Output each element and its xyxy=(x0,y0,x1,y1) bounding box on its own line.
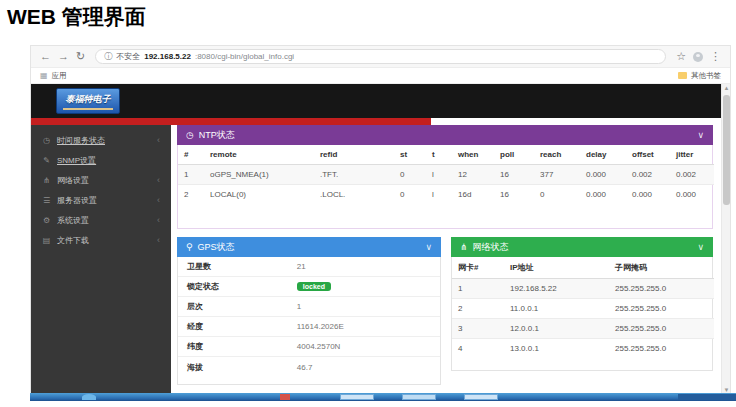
chevron-down-icon[interactable]: ∨ xyxy=(425,242,432,252)
table-cell: 0 xyxy=(394,185,426,205)
location-pin-icon: ⚲ xyxy=(186,242,193,252)
back-button[interactable]: ← xyxy=(40,51,51,62)
gps-status-panel: ⚲ GPS状态 ∨ 卫星数 21 锁定状态 locked 层次 1 经度 xyxy=(177,237,441,385)
sidebar-item-label: SNMP设置 xyxy=(57,155,96,166)
sitemap-icon: ⋔ xyxy=(42,176,51,185)
panel-title: GPS状态 xyxy=(198,241,235,254)
apps-bookmark[interactable]: ▦ 应用 xyxy=(40,71,67,81)
table-row: 2 LOCAL(0) .LOCL. 0 l 16d 16 0 0.000 0.0… xyxy=(178,185,714,205)
col-header: st xyxy=(394,145,426,165)
info-icon[interactable]: ⓘ xyxy=(104,51,112,62)
ntp-panel-header[interactable]: ◷ NTP状态 ∨ xyxy=(177,125,713,145)
table-cell: l xyxy=(426,165,452,185)
browser-toolbar: ← → ↻ ⓘ 不安全 192.168.5.22:8080/cgi-bin/gl… xyxy=(31,46,730,68)
sidebar-item-label: 系统设置 xyxy=(57,215,89,226)
forward-button[interactable]: → xyxy=(58,51,69,62)
gps-field-lock-status: 锁定状态 locked xyxy=(178,277,440,297)
refresh-button[interactable]: ↻ xyxy=(76,51,85,62)
web-page-viewport: 泰福特电子 ◷ 时间服务状态 ‹ ✎ SNMP设置 ⋔ 网络设置 ‹ ☰ 服务 xyxy=(31,84,730,394)
scrollbar-track[interactable]: ▲ ▼ xyxy=(721,84,730,394)
ntp-status-panel: ◷ NTP状态 ∨ # remote refid st t xyxy=(177,125,713,229)
sidebar-item-file-download[interactable]: ▤ 文件下载 ‹ xyxy=(31,230,171,250)
col-header: refid xyxy=(314,145,394,165)
chevron-down-icon[interactable]: ∨ xyxy=(697,242,704,252)
col-header: offset xyxy=(626,145,670,165)
table-row: 2 11.0.0.1 255.255.255.0 xyxy=(452,299,714,319)
field-label: 锁定状态 xyxy=(187,281,297,292)
chevron-down-icon[interactable]: ∨ xyxy=(697,130,704,140)
table-cell: .LOCL. xyxy=(314,185,394,205)
gps-panel-body: 卫星数 21 锁定状态 locked 层次 1 经度 11614.2026E 纬… xyxy=(177,257,441,385)
network-panel-header[interactable]: ⋔ 网络状态 ∨ xyxy=(451,237,713,257)
table-cell: 0.000 xyxy=(626,185,670,205)
table-cell: 255.255.255.0 xyxy=(609,299,714,319)
ntp-panel-body: # remote refid st t when poll reach dela… xyxy=(177,145,713,229)
bookmark-star-icon[interactable]: ☆ xyxy=(676,51,686,62)
sidebar-item-label: 网络设置 xyxy=(57,175,89,186)
table-cell: .TFT. xyxy=(314,165,394,185)
table-cell: 377 xyxy=(534,165,580,185)
chevron-left-icon: ‹ xyxy=(157,235,160,245)
field-value: 1 xyxy=(297,302,301,311)
red-accent-bar xyxy=(31,118,431,125)
col-header: jitter xyxy=(670,145,714,165)
chevron-left-icon: ‹ xyxy=(157,195,160,205)
table-cell: 16 xyxy=(494,165,534,185)
browser-window: ← → ↻ ⓘ 不安全 192.168.5.22:8080/cgi-bin/gl… xyxy=(30,45,731,393)
sidebar-item-time-service-status[interactable]: ◷ 时间服务状态 ‹ xyxy=(31,130,171,150)
sidebar-item-server-settings[interactable]: ☰ 服务器设置 ‹ xyxy=(31,190,171,210)
logo-text: 泰福特电子 xyxy=(66,93,111,106)
table-cell: 0 xyxy=(534,185,580,205)
network-table: 网卡# IP地址 子网掩码 1 192.168.5.22 255.255.255… xyxy=(452,257,714,358)
ntp-table: # remote refid st t when poll reach dela… xyxy=(178,145,714,204)
scroll-up-icon[interactable]: ▲ xyxy=(722,85,730,91)
address-bar[interactable]: ⓘ 不安全 192.168.5.22:8080/cgi-bin/global_i… xyxy=(95,49,666,64)
sidebar-item-network-settings[interactable]: ⋔ 网络设置 ‹ xyxy=(31,170,171,190)
table-cell: 2 xyxy=(452,299,504,319)
sidebar-item-snmp-settings[interactable]: ✎ SNMP设置 xyxy=(31,150,171,170)
col-header: IP地址 xyxy=(504,257,609,279)
scrollbar-thumb[interactable] xyxy=(723,95,730,205)
overflow-menu-icon[interactable]: ⋮ xyxy=(710,51,721,62)
company-logo: 泰福特电子 xyxy=(56,88,120,114)
field-label: 海拔 xyxy=(187,362,297,373)
table-cell: l xyxy=(426,185,452,205)
clock-icon: ◷ xyxy=(186,130,194,140)
taskbar-icon-fragment xyxy=(340,394,374,400)
gps-field-altitude: 海拔 46.7 xyxy=(178,357,440,377)
field-value: 46.7 xyxy=(297,363,313,372)
field-value: 21 xyxy=(297,262,306,271)
network-status-panel: ⋔ 网络状态 ∨ 网卡# IP地址 子网掩码 xyxy=(451,237,713,371)
col-header: 子网掩码 xyxy=(609,257,714,279)
table-cell: 2 xyxy=(178,185,204,205)
field-value: 4004.2570N xyxy=(297,342,341,351)
sidebar-item-system-settings[interactable]: ⚙ 系统设置 ‹ xyxy=(31,210,171,230)
table-cell: 255.255.255.0 xyxy=(609,339,714,359)
field-value: 11614.2026E xyxy=(297,322,344,331)
table-cell: 4 xyxy=(452,339,504,359)
profile-icon[interactable] xyxy=(693,52,703,62)
download-folder-icon: ▤ xyxy=(42,236,51,245)
gps-panel-header[interactable]: ⚲ GPS状态 ∨ xyxy=(177,237,441,257)
table-cell: 0 xyxy=(394,165,426,185)
table-row: 4 13.0.0.1 255.255.255.0 xyxy=(452,339,714,359)
taskbar-sliver xyxy=(30,393,736,401)
chevron-left-icon: ‹ xyxy=(157,175,160,185)
col-header: delay xyxy=(580,145,626,165)
taskbar-icon-fragment xyxy=(280,394,290,400)
taskbar-icon-fragment xyxy=(402,394,436,400)
field-label: 经度 xyxy=(187,321,297,332)
col-header: 网卡# xyxy=(452,257,504,279)
table-row: 3 12.0.0.1 255.255.255.0 xyxy=(452,319,714,339)
field-label: 纬度 xyxy=(187,341,297,352)
field-label: 层次 xyxy=(187,301,297,312)
other-bookmarks[interactable]: 其他书签 xyxy=(678,71,721,81)
table-cell: 12.0.0.1 xyxy=(504,319,609,339)
table-cell: 1 xyxy=(452,279,504,299)
col-header: when xyxy=(452,145,494,165)
table-cell: 0.000 xyxy=(580,185,626,205)
pencil-icon: ✎ xyxy=(42,156,51,165)
site-header: 泰福特电子 xyxy=(31,84,730,118)
url-host: 192.168.5.22 xyxy=(144,52,191,61)
sidebar: ◷ 时间服务状态 ‹ ✎ SNMP设置 ⋔ 网络设置 ‹ ☰ 服务器设置 ‹ ⚙… xyxy=(31,125,171,394)
